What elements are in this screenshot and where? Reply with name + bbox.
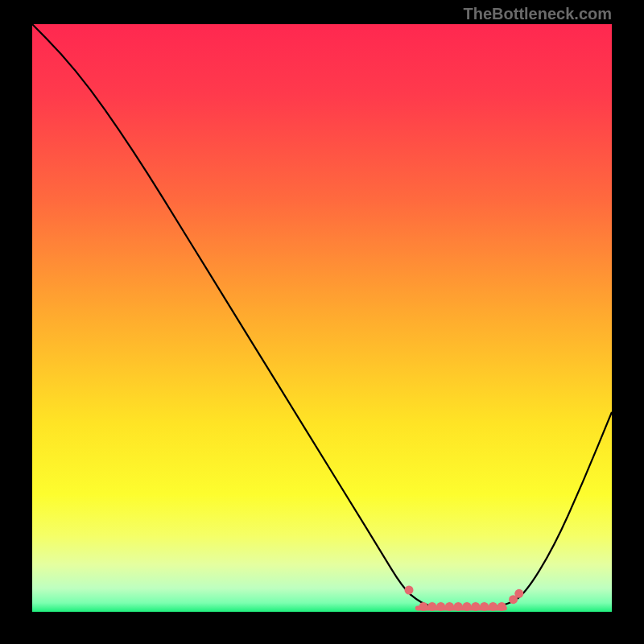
svg-point-10 (489, 602, 497, 611)
svg-point-6 (454, 602, 463, 611)
svg-point-1 (405, 585, 414, 594)
svg-point-2 (419, 602, 428, 611)
svg-point-13 (514, 589, 523, 598)
svg-point-11 (497, 602, 506, 611)
svg-point-9 (480, 602, 489, 611)
plot-area (32, 24, 612, 612)
chart-container: TheBottleneck.com (0, 0, 644, 644)
svg-point-7 (463, 602, 472, 611)
svg-point-8 (471, 602, 480, 611)
svg-point-5 (445, 602, 454, 611)
svg-point-4 (436, 602, 445, 611)
watermark-text: TheBottleneck.com (464, 5, 612, 23)
svg-point-3 (427, 602, 436, 611)
optimal-region-markers (405, 585, 524, 610)
curve-layer (32, 24, 612, 612)
bottleneck-curve (32, 24, 612, 609)
